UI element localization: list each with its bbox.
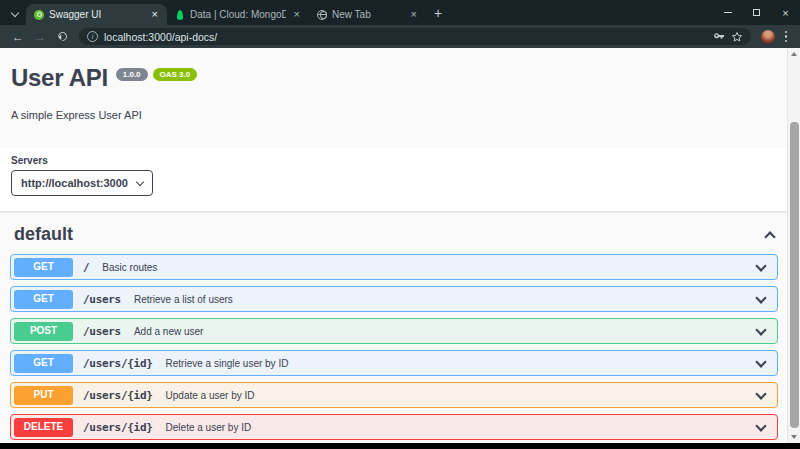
scroll-down-button[interactable]	[788, 431, 800, 443]
method-badge: GET	[14, 354, 73, 373]
method-badge: GET	[14, 258, 73, 277]
api-badges: 1.0.0 OAS 3.0	[116, 68, 197, 81]
maximize-button[interactable]	[742, 0, 771, 25]
browser-menu-icon[interactable]	[780, 31, 793, 43]
operation-path: /users/{id}	[83, 389, 153, 402]
bookmark-star-icon[interactable]	[731, 31, 743, 43]
new-tab-button[interactable]: +	[426, 2, 450, 23]
tab-title: Swagger UI	[49, 9, 144, 20]
browser-tab[interactable]: Data | Cloud: MongoDB Cloud ×	[167, 4, 309, 25]
browser-toolbar: ← → i localhost:3000/api-docs/	[0, 25, 800, 48]
operation-path: /users	[83, 293, 121, 306]
operation-path: /users/{id}	[83, 357, 153, 370]
collapse-chevron-up-icon[interactable]	[764, 231, 775, 242]
back-button[interactable]: ←	[8, 27, 28, 46]
scrollbar-thumb[interactable]	[790, 122, 799, 428]
password-key-icon[interactable]	[713, 31, 725, 43]
expand-chevron-down-icon[interactable]	[755, 324, 766, 335]
profile-avatar[interactable]	[761, 30, 775, 44]
operation-path: /users/{id}	[83, 421, 153, 434]
operation-path: /users	[83, 325, 121, 338]
scroll-up-button[interactable]	[788, 48, 800, 60]
tab-search-button[interactable]	[4, 2, 26, 23]
tag-section-title: default	[14, 224, 73, 245]
minimize-icon	[724, 12, 732, 13]
site-info-icon[interactable]: i	[87, 31, 98, 42]
tab-close-icon[interactable]: ×	[291, 8, 303, 21]
method-badge: DELETE	[14, 418, 73, 437]
minimize-button[interactable]	[713, 0, 742, 25]
operation-summary: Basic routes	[102, 262, 757, 273]
operations-list: GET / Basic routes GET /users Retrieve a…	[0, 254, 800, 440]
forward-button[interactable]: →	[30, 27, 50, 46]
window-controls: ×	[713, 0, 800, 25]
api-title: User API	[11, 64, 108, 92]
servers-select[interactable]: http://localhost:3000	[11, 170, 153, 196]
operation-row[interactable]: GET /users/{id} Retrieve a single user b…	[10, 350, 778, 376]
expand-chevron-down-icon[interactable]	[755, 292, 766, 303]
tab-close-icon[interactable]: ×	[149, 8, 161, 21]
swagger-page: User API 1.0.0 OAS 3.0 A simple Express …	[0, 48, 800, 443]
tab-favicon-icon	[34, 10, 44, 20]
operation-row[interactable]: POST /users Add a new user	[10, 318, 778, 344]
operation-summary: Add a new user	[134, 326, 757, 337]
reload-button[interactable]	[52, 27, 72, 46]
expand-chevron-down-icon[interactable]	[755, 388, 766, 399]
expand-chevron-down-icon[interactable]	[755, 260, 766, 271]
oas-badge: OAS 3.0	[153, 68, 198, 81]
operation-summary: Delete a user by ID	[166, 422, 757, 433]
tab-favicon-icon	[177, 10, 183, 20]
close-button[interactable]: ×	[771, 0, 800, 25]
operation-row[interactable]: GET / Basic routes	[10, 254, 778, 280]
operation-row[interactable]: PUT /users/{id} Update a user by ID	[10, 382, 778, 408]
tabs: Swagger UI × Data | Cloud: MongoDB Cloud…	[26, 0, 426, 25]
method-badge: GET	[14, 290, 73, 309]
tab-title: New Tab	[332, 9, 403, 20]
url-text: localhost:3000/api-docs/	[104, 31, 707, 43]
browser-tab[interactable]: New Tab ×	[309, 4, 426, 25]
expand-chevron-down-icon[interactable]	[755, 420, 766, 431]
reload-icon	[56, 30, 69, 43]
server-url: http://localhost:3000	[21, 177, 128, 189]
arrow-down-icon	[791, 435, 797, 439]
arrow-up-icon	[791, 52, 797, 56]
tag-section-header[interactable]: default	[0, 211, 800, 254]
chevron-down-icon	[11, 8, 19, 16]
expand-chevron-down-icon[interactable]	[755, 356, 766, 367]
operation-summary: Update a user by ID	[166, 390, 757, 401]
api-info-section: User API 1.0.0 OAS 3.0 A simple Express …	[0, 48, 800, 148]
maximize-icon	[753, 9, 760, 16]
browser-window: Swagger UI × Data | Cloud: MongoDB Cloud…	[0, 0, 800, 449]
operation-row[interactable]: DELETE /users/{id} Delete a user by ID	[10, 414, 778, 440]
method-badge: PUT	[14, 386, 73, 405]
browser-tab[interactable]: Swagger UI ×	[26, 4, 167, 25]
tab-favicon-icon	[317, 10, 327, 20]
tab-strip: Swagger UI × Data | Cloud: MongoDB Cloud…	[0, 0, 800, 25]
servers-section: Servers http://localhost:3000	[0, 148, 800, 211]
tab-title: Data | Cloud: MongoDB Cloud	[190, 9, 286, 20]
servers-label: Servers	[11, 155, 789, 166]
window-bottom-edge	[0, 443, 800, 449]
api-description: A simple Express User API	[11, 109, 776, 121]
operation-path: /	[83, 261, 89, 274]
tab-close-icon[interactable]: ×	[408, 8, 420, 21]
operation-summary: Retrieve a list of users	[134, 294, 757, 305]
chevron-down-icon	[136, 177, 144, 185]
address-bar[interactable]: i localhost:3000/api-docs/	[79, 28, 751, 45]
method-badge: POST	[14, 322, 73, 341]
page-scrollbar[interactable]	[787, 48, 800, 443]
version-badge: 1.0.0	[116, 68, 148, 81]
operation-row[interactable]: GET /users Retrieve a list of users	[10, 286, 778, 312]
operation-summary: Retrieve a single user by ID	[166, 358, 757, 369]
